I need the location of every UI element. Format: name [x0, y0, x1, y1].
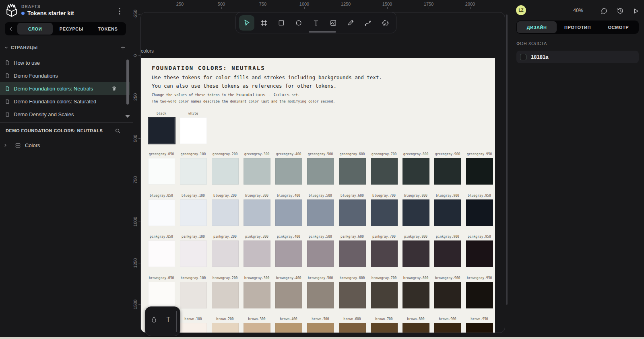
color-swatch-bluegray.100[interactable]	[180, 199, 207, 226]
color-swatch-bluegray.900[interactable]	[434, 199, 461, 226]
tab-осмотр[interactable]: ОСМОТР	[599, 21, 638, 33]
color-swatch-greengray.600[interactable]	[339, 158, 366, 185]
add-page-button[interactable]	[120, 45, 126, 50]
history-icon[interactable]	[616, 6, 625, 15]
color-swatch-brown.950[interactable]	[466, 323, 493, 333]
color-swatch-brown.700[interactable]	[371, 323, 398, 333]
color-swatch-greengray.400[interactable]	[275, 158, 302, 185]
comments-icon[interactable]	[600, 6, 609, 15]
zoom-level[interactable]: 40%	[565, 8, 583, 13]
tab-ресурсы[interactable]: РЕСУРСЫ	[54, 23, 89, 35]
path-tool-button[interactable]	[360, 15, 376, 31]
pencil-tool-button[interactable]	[343, 15, 358, 31]
page-item[interactable]: Demo Density and Scales	[0, 108, 130, 121]
color-swatch-white[interactable]	[180, 117, 207, 144]
color-swatch-brown.200[interactable]	[212, 323, 239, 333]
color-swatch-bluegray.400[interactable]	[275, 199, 302, 226]
tab-слои[interactable]: СЛОИ	[17, 23, 53, 35]
avatar[interactable]: LZ	[516, 5, 526, 15]
page-item[interactable]: Demo Foundation colors: Neutrals	[0, 82, 130, 95]
page-item[interactable]: Demo Foundations	[0, 69, 130, 82]
layer-item-colors[interactable]: Colors	[3, 140, 128, 150]
penpot-logo-icon[interactable]	[4, 3, 19, 18]
color-swatch-bluegray.050[interactable]	[148, 199, 175, 226]
toolbar-drag-handle[interactable]	[309, 31, 336, 33]
color-swatch-pinkgray.600[interactable]	[339, 240, 366, 267]
color-swatch-pinkgray.050[interactable]	[148, 240, 175, 267]
color-swatch-brown.300[interactable]	[244, 323, 270, 333]
color-swatch-browngray.500[interactable]	[307, 282, 334, 308]
color-swatch-greengray.100[interactable]	[180, 158, 207, 185]
color-token-icon[interactable]	[149, 314, 159, 325]
color-swatch-browngray.600[interactable]	[339, 282, 366, 308]
tab-прототип[interactable]: ПРОТОТИП	[557, 21, 597, 33]
pages-scrollbar[interactable]	[126, 60, 129, 105]
color-swatch-greengray.050[interactable]	[148, 158, 175, 185]
color-swatch-pinkgray.100[interactable]	[180, 240, 207, 267]
color-swatch-bluegray.300[interactable]	[244, 199, 270, 226]
color-swatch-greengray.900[interactable]	[434, 158, 461, 185]
color-swatch-browngray.300[interactable]	[244, 282, 270, 308]
board-name-label[interactable]: colors	[141, 48, 154, 54]
text-tool-button[interactable]	[308, 15, 324, 31]
page-item[interactable]: Demo Foundation colors: Saturated	[0, 95, 130, 108]
color-swatch-browngray.400[interactable]	[275, 282, 302, 308]
color-swatch-browngray.800[interactable]	[402, 282, 429, 308]
color-swatch-brown.400[interactable]	[275, 323, 302, 333]
rectangle-tool-button[interactable]	[274, 15, 289, 31]
color-swatch-greengray.950[interactable]	[466, 158, 493, 185]
color-swatch-pinkgray.700[interactable]	[371, 240, 398, 267]
play-icon[interactable]	[631, 6, 640, 15]
color-swatch-brown.500[interactable]	[307, 323, 334, 333]
color-swatch-pinkgray.500[interactable]	[307, 240, 334, 267]
chevron-down-icon[interactable]	[4, 45, 8, 50]
color-swatch-bluegray.950[interactable]	[466, 199, 493, 226]
chevron-right-icon[interactable]	[3, 143, 8, 148]
color-swatch-browngray.100[interactable]	[180, 282, 207, 308]
collapse-sidebar-button[interactable]	[5, 22, 17, 35]
search-icon[interactable]	[115, 128, 121, 134]
color-swatch-browngray.950[interactable]	[466, 282, 493, 308]
color-swatch-greengray.800[interactable]	[402, 158, 429, 185]
select-tool-button[interactable]	[239, 15, 254, 31]
color-swatch-browngray.900[interactable]	[434, 282, 461, 308]
page-item[interactable]: How to use	[0, 56, 130, 69]
color-swatch-greengray.700[interactable]	[371, 158, 398, 185]
ellipse-tool-button[interactable]	[291, 15, 306, 31]
color-swatch-pinkgray.800[interactable]	[402, 240, 429, 267]
delete-page-icon[interactable]	[111, 86, 117, 91]
canvas-vertical-scrollbar[interactable]	[506, 14, 508, 305]
canvas-viewport[interactable]: FOUNDATION COLORS: NEUTRALS Use these to…	[140, 12, 505, 333]
color-swatch-browngray.050[interactable]	[148, 282, 175, 308]
color-swatch-black[interactable]	[148, 117, 175, 144]
color-swatch-greengray.200[interactable]	[212, 158, 239, 185]
color-swatch-pinkgray.400[interactable]	[275, 240, 302, 267]
file-name[interactable]: Tokens starter kit	[27, 10, 74, 16]
color-swatch-browngray.200[interactable]	[212, 282, 239, 308]
color-swatch-greengray.300[interactable]	[244, 158, 270, 185]
color-swatch-brown.900[interactable]	[434, 323, 461, 333]
color-swatch-bluegray.200[interactable]	[212, 199, 239, 226]
color-swatch-bluegray.700[interactable]	[371, 199, 398, 226]
color-swatch-pinkgray.300[interactable]	[244, 240, 270, 267]
color-swatch-pinkgray.900[interactable]	[434, 240, 461, 267]
file-menu-button[interactable]	[116, 7, 123, 16]
color-swatch-greengray.500[interactable]	[307, 158, 334, 185]
color-swatch-pinkgray.950[interactable]	[466, 240, 493, 267]
board-tool-button[interactable]	[256, 15, 272, 31]
typography-token-icon[interactable]: T	[163, 314, 173, 325]
color-swatch-pinkgray.200[interactable]	[212, 240, 239, 267]
tab-дизайн[interactable]: ДИЗАЙН	[517, 21, 557, 33]
component-tool-button[interactable]	[378, 15, 393, 31]
color-swatch-brown.600[interactable]	[339, 323, 366, 333]
pages-list-expand-icon[interactable]	[125, 115, 130, 118]
color-swatch-browngray.700[interactable]	[371, 282, 398, 308]
token-panel-scrollbar[interactable]	[176, 311, 177, 332]
tab-tokens[interactable]: TOKENS	[90, 23, 126, 35]
canvas-bg-swatch[interactable]	[520, 54, 526, 60]
image-tool-button[interactable]	[326, 15, 341, 31]
color-swatch-bluegray.500[interactable]	[307, 199, 334, 226]
color-swatch-bluegray.600[interactable]	[339, 199, 366, 226]
board-colors[interactable]: FOUNDATION COLORS: NEUTRALS Use these to…	[141, 58, 495, 333]
color-swatch-bluegray.800[interactable]	[402, 199, 429, 226]
